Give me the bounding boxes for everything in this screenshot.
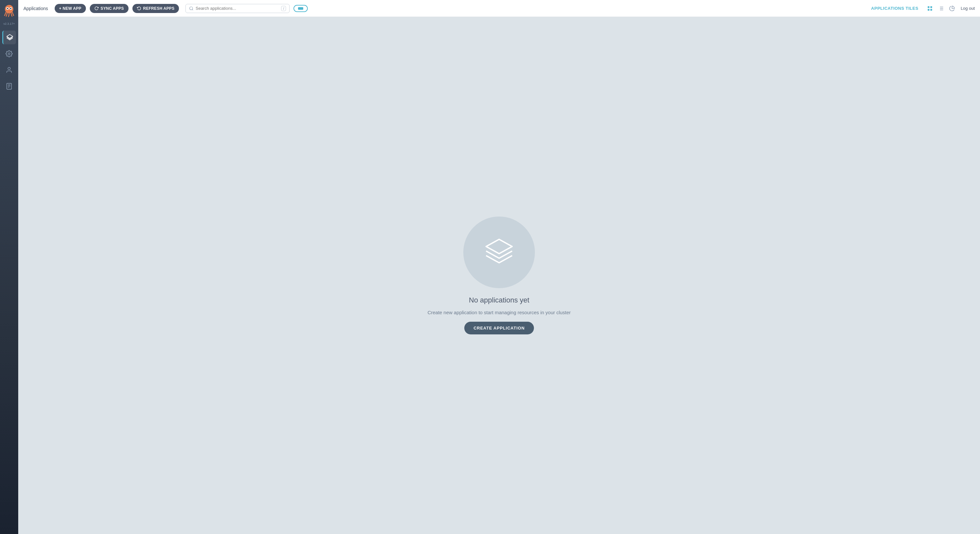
logo[interactable]	[3, 4, 16, 18]
document-icon	[6, 83, 13, 90]
view-title: APPLICATIONS TILES	[871, 6, 918, 11]
layers-empty-icon	[480, 233, 519, 272]
version-label: v2.3.17+	[3, 22, 15, 26]
svg-rect-14	[928, 6, 929, 8]
sync-icon	[94, 6, 99, 10]
list-view-button[interactable]	[936, 3, 946, 13]
svg-point-6	[8, 53, 10, 55]
svg-point-3	[7, 8, 8, 9]
sidebar-item-settings[interactable]	[2, 47, 16, 61]
main-area: Applications + NEW APP SYNC APPS REFRESH…	[18, 0, 980, 534]
empty-subtitle: Create new application to start managing…	[428, 310, 571, 315]
topbar: Applications + NEW APP SYNC APPS REFRESH…	[18, 0, 980, 17]
svg-point-7	[8, 67, 10, 70]
cluster-button[interactable]	[293, 5, 308, 12]
view-controls	[925, 3, 957, 13]
logout-button[interactable]: Log out	[961, 6, 975, 11]
sidebar-item-logs[interactable]	[2, 80, 16, 93]
cluster-indicator	[298, 7, 303, 10]
search-shortcut: /	[281, 6, 286, 11]
svg-line-13	[192, 9, 193, 10]
grid-icon	[927, 6, 933, 11]
sidebar: v2.3.17+	[0, 0, 18, 534]
create-application-button[interactable]: CREATE APPLICATION	[464, 322, 534, 335]
sidebar-item-user[interactable]	[2, 63, 16, 77]
pie-chart-icon	[949, 6, 955, 11]
content-area: No applications yet Create new applicati…	[18, 17, 980, 534]
refresh-apps-button[interactable]: REFRESH APPS	[132, 4, 179, 13]
svg-rect-8	[7, 83, 12, 89]
svg-marker-24	[486, 239, 512, 253]
chart-view-button[interactable]	[947, 3, 957, 13]
svg-rect-15	[930, 6, 932, 8]
search-icon	[189, 6, 194, 11]
new-app-button[interactable]: + NEW APP	[55, 4, 86, 13]
page-title: Applications	[24, 6, 48, 11]
user-icon	[6, 67, 13, 73]
sync-apps-button[interactable]: SYNC APPS	[90, 4, 129, 13]
gear-icon	[6, 50, 13, 57]
refresh-icon	[137, 6, 141, 10]
empty-state: No applications yet Create new applicati…	[428, 217, 571, 335]
grid-view-button[interactable]	[925, 3, 935, 13]
svg-point-12	[190, 6, 192, 10]
empty-icon-circle	[463, 217, 535, 288]
svg-point-4	[10, 8, 11, 9]
logo-icon	[3, 4, 16, 17]
list-icon	[938, 6, 944, 11]
search-input[interactable]	[196, 6, 281, 11]
svg-point-0	[5, 5, 13, 13]
svg-rect-16	[928, 9, 929, 10]
sidebar-item-applications[interactable]	[2, 30, 16, 44]
svg-rect-17	[930, 9, 932, 10]
layers-icon	[6, 34, 13, 41]
empty-title: No applications yet	[469, 296, 529, 304]
search-container: /	[185, 4, 290, 13]
